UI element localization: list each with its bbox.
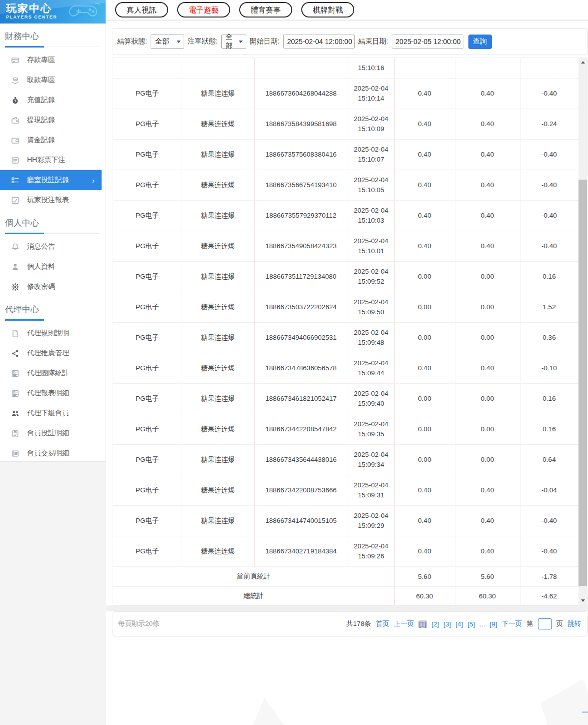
valid-amount-cell: 0.40 [455,139,520,170]
table-row: PG电子 糖果连连爆 1886673478636056578 2025-02-0… [113,353,578,383]
jump-page-input[interactable] [538,618,552,629]
funds-wallet-icon [11,136,20,145]
clipboard-icon [11,429,20,438]
sidebar-item[interactable]: HH彩票下注 › [0,150,102,170]
valid-amount-cell: 0.40 [455,475,520,505]
sidebar-item[interactable]: 會員投註明細 › [0,423,102,443]
sidebar-item[interactable]: 代理報表明細 › [0,383,102,403]
time-cell: 2025-02-04 15:09:26 [348,536,394,566]
provider-cell: PG电子 [113,505,182,536]
game-cell: 糖果连连爆 [182,170,254,200]
first-page-link[interactable]: 首页 [376,619,389,628]
valid-amount-cell: 0.00 [455,261,520,292]
game-cell: 糖果连连爆 [182,200,254,231]
sidebar-item[interactable]: 取款專區 › [0,70,102,90]
sidebar-item[interactable]: 提現記錄 › [0,110,102,130]
sidebar-item[interactable]: 玩家投注報表 › [0,190,102,210]
sidebar-item[interactable]: 資金記錄 › [0,130,102,150]
page-link[interactable]: [2] [431,620,439,628]
section-divider [5,47,101,47]
table-row-clipped: 15:10:16 [113,58,578,78]
scroll-up-arrow-icon[interactable] [581,61,585,64]
section-header-agent: 代理中心 [0,304,106,316]
winloss-cell: -0.40 [520,78,578,109]
scrollbar-thumb[interactable] [578,180,587,586]
tab-button[interactable]: 真人視訊 [115,2,168,18]
table-row: PG电子 糖果连连爆 1886673461821052417 2025-02-0… [113,383,578,414]
sidebar-item[interactable]: 廳室投註記錄 › [0,170,102,190]
game-cell: 糖果连连爆 [182,261,254,292]
order-status-select[interactable]: 全部 [221,35,246,49]
vertical-scrollbar[interactable] [578,58,587,605]
page-link[interactable]: [1] [418,620,427,628]
provider-cell: PG电子 [113,353,182,383]
table-row: PG电子 糖果连连爆 1886673575608380416 2025-02-0… [113,139,578,170]
next-page-link[interactable]: 下一页 [502,619,522,628]
valid-amount-cell: 0.40 [455,536,520,566]
bet-amount-cell: 0.40 [394,505,455,536]
sidebar-item[interactable]: 代理下級會員 › [0,403,102,423]
order-number-cell: 1886673549058424323 [254,231,348,261]
sidebar-item[interactable]: 會員交易明細 › [0,443,102,462]
game-cell: 糖果连连爆 [182,383,254,414]
table-row: PG电子 糖果连连爆 1886673557929370112 2025-02-0… [113,200,578,231]
order-number-cell: 1886673478636056578 [254,353,348,383]
sidebar-item[interactable]: 存款專區 › [0,50,102,70]
clipped-time-cell: 15:10:16 [348,58,394,78]
page-link[interactable]: [5] [467,620,475,628]
settle-status-label: 結算狀態: [117,37,147,46]
chevron-down-icon [177,41,181,43]
time-cell: 2025-02-04 15:09:35 [348,414,394,444]
bet-amount-cell: 0.40 [394,109,455,139]
scroll-down-arrow-icon[interactable] [581,599,585,602]
gear-icon [11,283,20,291]
time-cell: 2025-02-04 15:09:31 [348,475,394,505]
winloss-cell: -0.24 [520,109,578,139]
sidebar-item[interactable]: 消息公告 › [0,237,102,257]
table-row: PG电子 糖果连连爆 1886673566754193410 2025-02-0… [113,170,578,200]
tab-button[interactable]: 體育賽事 [239,2,292,18]
table-row: PG电子 糖果连连爆 1886673494066902531 2025-02-0… [113,322,578,353]
game-cell: 糖果连连爆 [182,505,254,536]
page-link[interactable]: [3] [443,620,451,628]
table-row: PG电子 糖果连连爆 1886673414740015105 2025-02-0… [113,505,578,536]
sidebar-item[interactable]: 代理規則說明 › [0,323,102,343]
table-row: PG电子 糖果连连爆 1886673584399581698 2025-02-0… [113,109,578,139]
page-link[interactable]: [4] [455,620,463,628]
valid-amount-cell: 0.40 [455,200,520,231]
table-row: PG电子 糖果连连爆 1886673549058424323 2025-02-0… [113,231,578,261]
jump-button[interactable]: 跳转 [567,619,581,628]
search-button[interactable]: 查詢 [468,35,492,49]
time-cell: 2025-02-04 15:09:40 [348,383,394,414]
table-row: PG电子 糖果连连爆 1886673422008753666 2025-02-0… [113,475,578,505]
order-status-label: 注單狀態: [188,37,218,46]
settle-status-select[interactable]: 全部 [151,35,184,49]
bet-amount-cell: 0.40 [394,231,455,261]
sidebar-item[interactable]: 充值記錄 › [0,90,102,110]
prev-page-link[interactable]: 上一页 [394,619,414,628]
withdrawal-wallet-icon [11,116,20,125]
tab-button[interactable]: 電子遊藝 [177,2,230,18]
winloss-cell: -0.40 [520,536,578,566]
bet-amount-cell: 0.40 [394,536,455,566]
report-card-icon [11,369,20,378]
winloss-cell: -0.40 [520,170,578,200]
tab-button[interactable]: 棋牌對戰 [301,2,354,18]
sidebar-item[interactable]: 修改密碼 › [0,277,102,297]
provider-cell: PG电子 [113,170,182,200]
end-date-label: 結束日期: [358,37,388,46]
page-link[interactable]: [9] [489,620,497,628]
sidebar-item[interactable]: 個人資料 › [0,257,102,277]
start-date-input[interactable]: 2025-02-04 12:00:00 [283,35,355,49]
time-cell: 2025-02-04 15:10:07 [348,139,394,170]
doc-icon [11,329,20,338]
sidebar-item[interactable]: 代理推廣管理 › [0,343,102,363]
winloss-cell: 0.64 [520,444,578,475]
page-link[interactable]: ... [479,620,485,628]
game-cell: 糖果连连爆 [182,475,254,505]
table-row: PG电子 糖果连连爆 1886673442208547842 2025-02-0… [113,414,578,444]
end-date-input[interactable]: 2025-02-05 12:00:00 [392,35,463,49]
sidebar-item[interactable]: 代理團隊統計 › [0,363,102,383]
page-summary-label: 當前頁統計 [113,566,394,586]
bet-amount-cell: 0.00 [394,383,455,414]
